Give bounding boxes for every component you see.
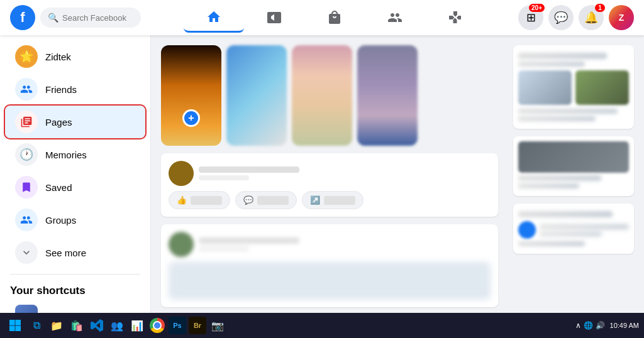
nav-home-button[interactable] — [184, 3, 244, 33]
search-input[interactable] — [62, 13, 133, 23]
right-blur-1 — [518, 53, 607, 59]
user-name: Zidtek — [45, 52, 71, 62]
story-card-1[interactable]: + — [161, 45, 221, 146]
sidebar: 🌟 Zidtek Friends Pages 🕐 Memories — [0, 35, 151, 313]
like-button[interactable]: 👍 — [169, 191, 230, 209]
grid-badge: 20+ — [529, 4, 545, 12]
right-blur-8 — [518, 241, 585, 246]
post-header-2 — [169, 232, 491, 257]
post-card-2 — [161, 224, 498, 307]
right-text-1 — [540, 224, 629, 229]
nav-gaming-button[interactable] — [425, 3, 486, 33]
right-avatar — [518, 221, 536, 239]
post-time — [199, 175, 249, 180]
friends-icon — [15, 78, 38, 101]
taskbar-teams[interactable]: 👥 — [108, 317, 126, 334]
up-arrow-icon[interactable]: ∧ — [575, 321, 581, 330]
search-box[interactable]: 🔍 — [40, 8, 141, 28]
right-blur-6 — [518, 183, 579, 188]
user-avatar[interactable]: Z — [609, 5, 634, 30]
facebook-logo[interactable]: f — [10, 5, 35, 30]
story-card-2[interactable] — [226, 45, 287, 146]
taskbar-bridge[interactable]: Br — [189, 317, 206, 334]
post-time-2 — [199, 246, 249, 251]
sidebar-item-friends[interactable]: Friends — [5, 73, 145, 106]
post-name — [199, 166, 299, 173]
groups-label: Groups — [45, 215, 76, 226]
right-action-text — [540, 222, 629, 239]
memories-label: Memories — [45, 150, 87, 160]
page-body: 🌟 Zidtek Friends Pages 🕐 Memories — [0, 35, 644, 313]
nav-left: f 🔍 — [10, 5, 161, 30]
stories-row: + — [161, 45, 498, 146]
sidebar-item-groups[interactable]: Groups — [5, 204, 145, 236]
nav-video-button[interactable] — [244, 3, 304, 33]
friends-label: Friends — [45, 84, 77, 95]
sidebar-shortcut-breezy[interactable]: B Breezy Design — [5, 300, 145, 313]
sidebar-item-see-more[interactable]: See more — [5, 236, 145, 269]
taskbar-vscode[interactable] — [88, 317, 106, 334]
sidebar-item-pages[interactable]: Pages — [5, 106, 145, 138]
see-more-label: See more — [45, 248, 86, 258]
right-blur-3 — [518, 109, 618, 114]
notifications-button[interactable]: 🔔 1 — [579, 5, 604, 30]
memories-icon: 🕐 — [15, 143, 38, 166]
user-icon: 🌟 — [15, 45, 38, 68]
taskbar-tray-icons: ∧ 🌐 🔊 — [575, 321, 605, 330]
taskbar-clock[interactable]: 10:49 AM — [610, 322, 639, 329]
taskbar-task-view[interactable]: ⧉ — [28, 317, 45, 334]
grid-button[interactable]: ⊞ 20+ — [518, 5, 543, 30]
share-button[interactable]: ↗️ — [302, 191, 364, 209]
add-story-button[interactable]: + — [182, 109, 200, 127]
post-meta-2 — [199, 237, 491, 251]
volume-icon[interactable]: 🔊 — [596, 321, 605, 330]
sidebar-user[interactable]: 🌟 Zidtek — [5, 40, 145, 73]
sidebar-divider — [10, 274, 140, 275]
taskbar: ⧉ 📁 🛍️ 👥 📊 Ps Br 📷 ∧ 🌐 🔊 10:49 AM — [0, 313, 644, 338]
taskbar-camera[interactable]: 📷 — [209, 317, 226, 334]
network-icon[interactable]: 🌐 — [584, 321, 593, 330]
comment-icon: 💬 — [243, 195, 253, 205]
right-blur-2 — [518, 62, 585, 67]
story-card-3[interactable] — [292, 45, 352, 146]
main-content: + 👍 — [151, 35, 644, 313]
nav-friends-button[interactable] — [365, 3, 425, 33]
nav-center — [161, 3, 508, 33]
taskbar-file-explorer[interactable]: 📁 — [48, 317, 65, 334]
right-section-1 — [513, 45, 634, 129]
top-navigation: f 🔍 ⊞ 20+ 💬 🔔 1 Z — [0, 0, 644, 35]
taskbar-chrome[interactable] — [148, 317, 166, 334]
sidebar-item-memories[interactable]: 🕐 Memories — [5, 138, 145, 171]
right-section-3 — [513, 204, 634, 254]
notifications-badge: 1 — [595, 4, 605, 12]
right-img-2 — [575, 70, 629, 105]
see-more-icon — [15, 241, 38, 264]
right-blur-7 — [518, 211, 613, 217]
start-button[interactable] — [5, 315, 25, 335]
post-name-2 — [199, 237, 299, 244]
post-meta — [199, 166, 491, 180]
share-icon: ↗️ — [310, 195, 320, 205]
saved-label: Saved — [45, 182, 72, 193]
story-card-4[interactable] — [357, 45, 418, 146]
right-blur-5 — [518, 175, 601, 181]
sidebar-item-saved[interactable]: Saved — [5, 171, 145, 204]
right-action-row — [518, 221, 629, 239]
taskbar-photoshop[interactable]: Ps — [169, 317, 186, 334]
right-panel — [508, 45, 634, 303]
blurred-post-content — [169, 262, 491, 300]
feed: + 👍 — [161, 45, 498, 303]
taskbar-powerpoint[interactable]: 📊 — [128, 317, 146, 334]
right-blur-4 — [518, 116, 596, 121]
taskbar-time-text: 10:49 AM — [610, 322, 639, 329]
pages-icon — [15, 111, 38, 133]
comment-button[interactable]: 💬 — [235, 191, 297, 209]
messenger-button[interactable]: 💬 — [548, 5, 574, 30]
breezy-icon: B — [15, 305, 38, 313]
pages-label: Pages — [45, 117, 72, 128]
nav-marketplace-button[interactable] — [304, 3, 365, 33]
taskbar-store[interactable]: 🛍️ — [68, 317, 86, 334]
post-avatar-2 — [169, 232, 194, 257]
post-reactions: 👍 💬 ↗️ — [169, 191, 491, 209]
post-avatar — [169, 161, 194, 186]
